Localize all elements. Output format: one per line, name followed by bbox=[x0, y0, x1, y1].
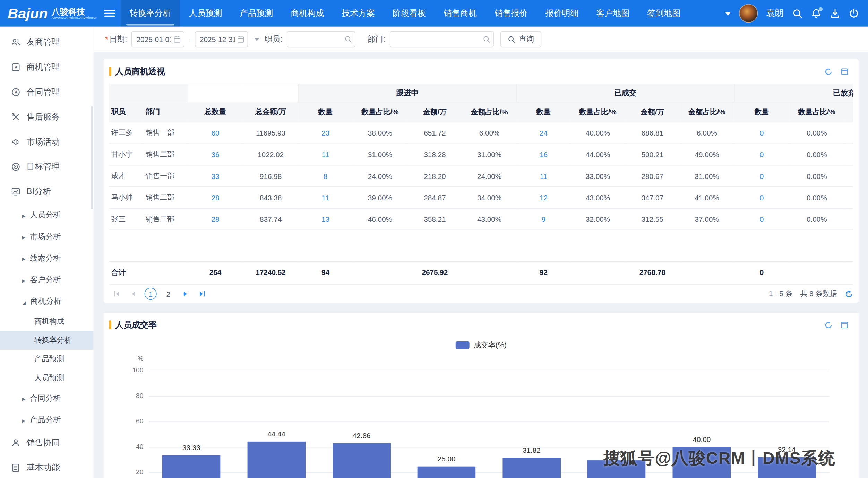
count-link-cell[interactable]: 24 bbox=[516, 122, 570, 144]
count-link-cell[interactable]: 28 bbox=[188, 208, 243, 230]
column-header: 数量占比/% bbox=[353, 102, 407, 122]
sidebar-item-staff-analysis[interactable]: 人员分析 bbox=[0, 204, 94, 226]
nav-tab-sales-quote[interactable]: 销售报价 bbox=[485, 0, 536, 27]
sidebar-item-label: 线索分析 bbox=[30, 253, 61, 263]
sidebar-item-bi-analysis[interactable]: BI分析 bbox=[0, 179, 94, 204]
sidebar-item-opportunity-management[interactable]: ¥ 商机管理 bbox=[0, 55, 94, 80]
sidebar-item-sales-collaboration[interactable]: 销售协同 bbox=[0, 431, 94, 455]
count-link-cell[interactable]: 60 bbox=[188, 122, 243, 144]
nav-tab-checkin-map[interactable]: 签到地图 bbox=[638, 0, 689, 27]
group-header-following: 跟进中 bbox=[298, 84, 516, 102]
count-link-cell[interactable]: 9 bbox=[516, 208, 570, 230]
count-link-cell[interactable]: 0 bbox=[734, 144, 790, 165]
count-link-cell[interactable]: 23 bbox=[298, 122, 352, 144]
staff-name-cell: 成才 bbox=[109, 165, 143, 186]
sidebar-item-conversion-analysis[interactable]: 转换率分析 bbox=[0, 331, 94, 350]
sidebar-item-staff-forecast[interactable]: 人员预测 bbox=[0, 368, 94, 387]
dept-filter-field[interactable] bbox=[389, 31, 493, 47]
nav-tab-staff-forecast[interactable]: 人员预测 bbox=[180, 0, 231, 27]
bar[interactable]: 25.00 bbox=[418, 466, 476, 478]
sidebar-item-lead-analysis[interactable]: 线索分析 bbox=[0, 247, 94, 269]
date-from-field[interactable] bbox=[131, 31, 184, 47]
sidebar-item-contract-management[interactable]: ¥ 合同管理 bbox=[0, 80, 94, 105]
sidebar-item-basic-functions[interactable]: 基本功能 bbox=[0, 455, 94, 478]
nav-tab-customer-map[interactable]: 客户地图 bbox=[587, 0, 638, 27]
user-name[interactable]: 袁朗 bbox=[766, 8, 784, 19]
nav-tab-opportunity-composition[interactable]: 商机构成 bbox=[282, 0, 333, 27]
nav-tab-technical-solution[interactable]: 技术方案 bbox=[333, 0, 384, 27]
download-icon[interactable] bbox=[830, 8, 840, 18]
dept-filter-input[interactable] bbox=[390, 32, 483, 47]
sidebar-item-opportunity-analysis[interactable]: 商机分析 bbox=[0, 290, 94, 312]
count-link-cell[interactable]: 0 bbox=[734, 187, 790, 208]
sidebar-item-label: 产品分析 bbox=[30, 415, 61, 425]
sidebar-item-target-management[interactable]: 目标管理 bbox=[0, 154, 94, 179]
next-page-icon[interactable] bbox=[179, 287, 192, 300]
page-number-2[interactable]: 2 bbox=[162, 288, 174, 300]
prev-page-icon[interactable] bbox=[127, 287, 140, 300]
sidebar-item-product-forecast[interactable]: 产品预测 bbox=[0, 350, 94, 368]
sidebar-item-opportunity-composition[interactable]: 商机构成 bbox=[0, 312, 94, 331]
date-from-input[interactable] bbox=[132, 32, 173, 47]
notification-bell-icon[interactable] bbox=[811, 8, 822, 18]
nav-more-caret-icon[interactable] bbox=[725, 12, 731, 18]
page-number-1[interactable]: 1 bbox=[145, 288, 157, 300]
count-link-cell[interactable]: 13 bbox=[298, 208, 352, 230]
nav-tab-quote-detail[interactable]: 报价明细 bbox=[536, 0, 587, 27]
count-link-cell[interactable]: 0 bbox=[734, 122, 790, 144]
bar[interactable]: 44.44 bbox=[247, 442, 306, 478]
date-dropdown-caret-icon[interactable] bbox=[255, 38, 259, 43]
staff-filter-input[interactable] bbox=[287, 32, 344, 47]
count-link-cell[interactable]: 11 bbox=[298, 144, 352, 165]
bar[interactable]: 31.82 bbox=[502, 458, 561, 478]
query-button[interactable]: 查询 bbox=[500, 31, 541, 47]
count-link-cell[interactable]: 12 bbox=[516, 187, 570, 208]
calendar-icon[interactable] bbox=[173, 35, 184, 43]
count-link-cell[interactable]: 8 bbox=[298, 165, 352, 186]
date-to-input[interactable] bbox=[196, 32, 237, 47]
nav-tab-stage-board[interactable]: 阶段看板 bbox=[384, 0, 435, 27]
sidebar-item-label: 合同分析 bbox=[30, 393, 61, 403]
power-icon[interactable] bbox=[849, 8, 859, 18]
search-icon[interactable] bbox=[792, 8, 802, 18]
calendar-icon[interactable] bbox=[237, 35, 247, 43]
sidebar-scrollbar[interactable] bbox=[91, 106, 93, 209]
last-page-icon[interactable] bbox=[195, 287, 208, 300]
refresh-icon[interactable] bbox=[845, 290, 853, 298]
count-link-cell[interactable]: 16 bbox=[516, 144, 570, 165]
sidebar-item-market-analysis[interactable]: 市场分析 bbox=[0, 226, 94, 247]
refresh-icon[interactable] bbox=[824, 67, 833, 76]
staff-filter-field[interactable] bbox=[287, 31, 355, 47]
count-link-cell[interactable]: 11 bbox=[298, 187, 352, 208]
nav-tab-product-forecast[interactable]: 产品预测 bbox=[231, 0, 282, 27]
sidebar-item-label: 转换率分析 bbox=[34, 335, 72, 345]
nav-tab-conversion-analysis[interactable]: 转换率分析 bbox=[121, 0, 180, 27]
nav-tab-sales-opportunity[interactable]: 销售商机 bbox=[435, 0, 485, 27]
sidebar-item-partner-management[interactable]: 友商管理 bbox=[0, 30, 94, 55]
bar[interactable]: 33.33 bbox=[162, 455, 221, 478]
target-icon bbox=[11, 162, 20, 172]
count-link-cell[interactable]: 0 bbox=[734, 208, 790, 230]
panel-toggle-icon[interactable] bbox=[840, 67, 849, 76]
menu-toggle-icon[interactable] bbox=[104, 10, 115, 17]
count-link-cell[interactable]: 11 bbox=[516, 165, 570, 186]
search-icon[interactable] bbox=[344, 35, 355, 43]
first-page-icon[interactable] bbox=[110, 287, 123, 300]
sidebar-item-customer-analysis[interactable]: 客户分析 bbox=[0, 269, 94, 290]
chart-legend[interactable]: 成交率(%) bbox=[104, 340, 859, 350]
count-link-cell[interactable]: 0 bbox=[734, 165, 790, 186]
sidebar-item-product-analysis[interactable]: 产品分析 bbox=[0, 409, 94, 431]
sidebar-item-contract-analysis[interactable]: 合同分析 bbox=[0, 387, 94, 409]
count-link-cell[interactable]: 33 bbox=[188, 165, 243, 186]
count-link-cell[interactable]: 36 bbox=[188, 144, 243, 165]
table-cell: 0.00% bbox=[789, 122, 844, 144]
date-to-field[interactable] bbox=[195, 31, 248, 47]
sidebar-item-label: 市场活动 bbox=[27, 137, 60, 147]
bar[interactable]: 42.86 bbox=[333, 443, 391, 478]
count-link-cell[interactable]: 28 bbox=[188, 187, 243, 208]
group-header-spacer bbox=[188, 84, 298, 102]
sidebar-item-after-sales[interactable]: 售后服务 bbox=[0, 105, 94, 130]
avatar[interactable] bbox=[739, 4, 758, 23]
sidebar-item-market-activity[interactable]: 市场活动 bbox=[0, 130, 94, 155]
search-icon[interactable] bbox=[483, 35, 493, 43]
